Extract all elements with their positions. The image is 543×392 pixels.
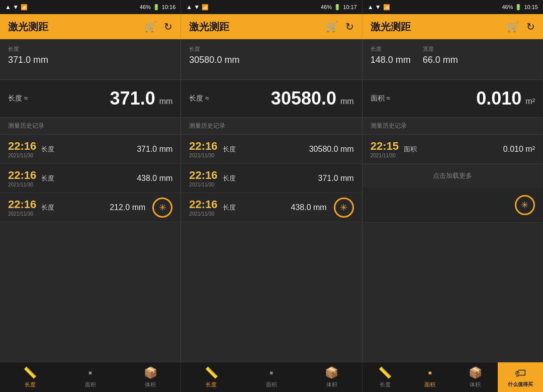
nav-label-length-3: 长度 [380,381,391,388]
history-type-2-2: 长度 [223,203,241,212]
history-section-1: 测量历史记录 22:16 2021/11/30 长度 371.0 mm 22:1… [0,118,180,362]
smzdm-nav-item[interactable]: 🏷 什么值得买 [498,362,543,392]
big-value-1: 371.0 [110,88,155,109]
history-date-1-0: 2021/11/30 [8,153,36,158]
nav-section-3: 📏 长度 ▪ 面积 📦 体积 🏷 什么值得买 [363,362,543,392]
top-label-3-0: 长度 [371,45,411,53]
nav-label-area-2: 面积 [266,381,277,388]
history-meas-2-0: 30580.0 mm [309,145,354,154]
refresh-icon-3[interactable]: ↻ [526,21,535,33]
panel-2: 长度 30580.0 mm 长度 ≈ 30580.0 mm 测量历史记录 22:… [181,39,362,362]
history-meas-2-1: 371.0 mm [318,174,354,183]
history-header-1: 测量历史记录 [0,118,180,135]
nav-item-length-1[interactable]: 📏 长度 [0,362,60,392]
nav-item-area-1[interactable]: ▪ 面积 [60,362,121,392]
history-item-3-laser: ✳ [363,187,543,223]
history-meas-1-0: 371.0 mm [137,145,172,154]
history-date-1-2: 2021/11/30 [8,211,36,217]
signal-icon-3: 📶 [383,4,390,11]
history-type-3-0: 面积 [404,145,422,154]
nav-item-volume-1[interactable]: 📦 体积 [121,362,181,392]
big-measurement-3: 面积 ≈ 0.010 m² [363,79,543,118]
refresh-icon-1[interactable]: ↻ [164,21,172,33]
volume-icon-1: 📦 [144,366,157,379]
history-item-1-0: 22:16 2021/11/30 长度 371.0 mm [0,135,180,164]
nav-label-area-1: 面积 [85,381,96,388]
smzdm-icon: 🏷 [515,367,526,380]
laser-button-1-2[interactable]: ✳ [152,198,172,218]
history-type-2-0: 长度 [223,145,241,154]
laser-icon-3: ✳ [521,200,528,211]
history-time-2-1: 22:16 [189,169,217,182]
top-label-1-0: 长度 [8,45,172,53]
nav-item-area-3[interactable]: ▪ 面积 [407,362,452,392]
history-item-2-1: 22:16 2021/11/30 长度 371.0 mm [181,164,361,193]
big-unit-3: m² [525,97,535,109]
cart-icon-2[interactable]: 🛒 [326,21,338,33]
history-item-2-2: 22:16 2021/11/30 长度 438.0 mm ✳ [181,193,361,222]
big-measurement-1: 长度 ≈ 371.0 mm [0,79,180,118]
history-type-1-1: 长度 [41,174,59,183]
history-meas-1-1: 438.0 mm [137,174,172,183]
nav-label-length-2: 长度 [206,381,217,388]
nav-item-volume-2[interactable]: 📦 体积 [302,362,362,392]
top-label-2-0: 长度 [189,45,353,53]
laser-icon-2-2: ✳ [340,202,347,213]
refresh-icon-2[interactable]: ↻ [345,21,354,33]
history-date-3-0: 2021/11/30 [371,153,399,158]
signal-icon-1: 📶 [21,4,28,11]
ruler-icon-2: 📏 [205,366,218,379]
big-value-2: 30580.0 [271,88,336,109]
nav-section-2: 📏 长度 ▪ 面积 📦 体积 [181,362,362,392]
history-time-1-2: 22:16 [8,198,36,211]
laser-icon-1-2: ✳ [159,202,166,213]
volume-icon-3: 📦 [469,366,482,379]
history-section-3: 测量历史记录 22:15 2021/11/30 面积 0.010 m² 点击加载… [363,118,543,362]
history-item-2-0: 22:16 2021/11/30 长度 30580.0 mm [181,135,361,164]
cart-icon-3[interactable]: 🛒 [507,21,519,33]
signal-icon-2: 📶 [202,4,209,11]
wifi-icon-2: ▲ ▼ [186,4,200,11]
time-2: 10:17 [343,4,357,10]
big-label-2: 长度 ≈ [189,94,209,103]
history-date-2-1: 2021/11/30 [189,182,217,187]
cart-icon-1[interactable]: 🛒 [144,21,157,33]
top-value-3-0: 148.0 mm [371,55,411,65]
ruler-icon-3: 📏 [378,366,392,379]
laser-button-2-2[interactable]: ✳ [334,198,354,218]
history-time-1-1: 22:16 [8,169,36,182]
history-meas-3-0: 0.010 m² [503,145,535,154]
big-label-3: 面积 ≈ [371,94,391,103]
app-header: 激光测距 🛒 ↻ 激光测距 🛒 ↻ 激光测距 🛒 ↻ [0,14,543,39]
area-icon-2: ▪ [269,366,274,379]
nav-item-length-2[interactable]: 📏 长度 [181,362,241,392]
history-time-1-0: 22:16 [8,140,36,153]
big-unit-1: mm [159,97,173,109]
top-value-1-0: 371.0 mm [8,55,172,65]
top-value-3-1: 66.0 mm [423,55,458,65]
nav-item-area-2[interactable]: ▪ 面积 [241,362,302,392]
history-meas-1-2: 212.0 mm [110,203,145,212]
time-1: 10:16 [162,4,176,10]
main-content: 长度 371.0 mm 长度 ≈ 371.0 mm 测量历史记录 22:16 2… [0,39,543,362]
history-meas-2-2: 438.0 mm [291,203,327,212]
history-header-2: 测量历史记录 [181,118,361,135]
big-measurement-2: 长度 ≈ 30580.0 mm [181,79,361,118]
header-title-3: 激光测距 [371,20,411,34]
laser-button-3[interactable]: ✳ [515,195,535,215]
history-header-3: 测量历史记录 [363,118,543,135]
load-more-3[interactable]: 点击加载更多 [363,164,543,187]
nav-item-volume-3[interactable]: 📦 体积 [452,362,498,392]
status-panel-2: ▲ ▼ 📶 46% 🔋 10:17 [181,0,362,14]
nav-item-length-3[interactable]: 📏 长度 [363,362,408,392]
history-time-2-0: 22:16 [189,140,217,153]
wifi-icon-1: ▲ ▼ [5,4,19,11]
battery-icon-2: 🔋 [334,4,341,11]
smzdm-label: 什么值得买 [508,381,533,388]
history-date-1-1: 2021/11/30 [8,182,36,187]
header-title-2: 激光测距 [189,20,229,34]
status-panel-3: ▲ ▼ 📶 46% 🔋 10:15 [363,0,543,14]
history-time-3-0: 22:15 [371,140,399,153]
history-type-1-2: 长度 [41,203,59,212]
measurement-top-3: 长度 148.0 mm 宽度 66.0 mm [363,39,543,79]
